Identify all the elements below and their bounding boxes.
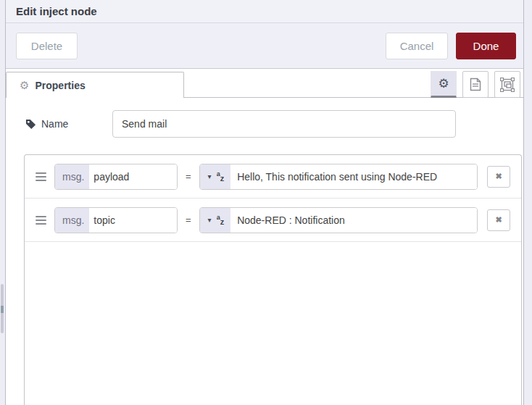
typed-input: ▾ az: [199, 164, 478, 190]
tab-properties-label: Properties: [35, 80, 85, 91]
edit-node-dialog: Edit inject node Delete Cancel Done ⚙ Pr…: [6, 0, 523, 405]
property-value-input[interactable]: [230, 208, 477, 233]
close-icon: ✖: [495, 215, 502, 225]
typed-input: ▾ az: [199, 207, 478, 233]
tag-icon: [25, 119, 36, 130]
name-row: Name: [25, 110, 456, 138]
left-scrollbar-thumb[interactable]: [1, 284, 4, 333]
close-icon: ✖: [495, 172, 502, 181]
message-properties-list: msg. = ▾ az ✖ msg.: [24, 154, 522, 405]
name-label-text: Name: [41, 118, 68, 130]
property-key-field[interactable]: msg.: [54, 164, 178, 190]
dialog-toolbar: Delete Cancel Done: [6, 23, 523, 69]
equals-sign: =: [186, 214, 191, 225]
gear-icon: ⚙: [20, 80, 29, 91]
equals-sign: =: [186, 171, 191, 182]
type-select-button[interactable]: ▾ az: [200, 164, 231, 189]
document-icon: [470, 78, 481, 91]
properties-tab-button[interactable]: ⚙: [431, 71, 457, 98]
workspace-left-edge: [0, 0, 6, 405]
msg-prefix-label: msg.: [55, 208, 89, 233]
properties-form: Name msg. = ▾ az: [6, 98, 523, 405]
string-type-icon: az: [217, 171, 225, 183]
drag-handle-icon[interactable]: [36, 172, 50, 181]
selection-box-icon: [500, 78, 515, 92]
name-label: Name: [25, 118, 112, 130]
property-key-field[interactable]: msg.: [54, 207, 178, 233]
name-input[interactable]: [112, 110, 456, 138]
tab-properties[interactable]: ⚙ Properties: [6, 72, 184, 98]
string-type-icon: az: [217, 214, 225, 226]
delete-button[interactable]: Delete: [16, 33, 78, 59]
toolbar-right-group: Cancel Done: [386, 33, 516, 59]
tab-icon-buttons: ⚙: [431, 71, 520, 98]
chevron-down-icon: ▾: [208, 173, 212, 180]
chevron-down-icon: ▾: [208, 217, 212, 224]
remove-row-button[interactable]: ✖: [487, 166, 510, 188]
dialog-header: Edit inject node: [6, 0, 523, 23]
drag-handle-icon[interactable]: [36, 216, 50, 225]
cancel-button[interactable]: Cancel: [386, 33, 448, 59]
property-value-input[interactable]: [230, 164, 477, 189]
property-name-input[interactable]: [89, 164, 177, 189]
msg-prefix-label: msg.: [55, 164, 89, 189]
gear-icon: ⚙: [438, 78, 449, 90]
dialog-title: Edit inject node: [16, 5, 97, 17]
property-row-payload: msg. = ▾ az ✖: [25, 155, 521, 199]
property-row-topic: msg. = ▾ az ✖: [25, 199, 521, 242]
type-select-button[interactable]: ▾ az: [200, 208, 231, 233]
description-tab-button[interactable]: [462, 71, 489, 98]
workspace-right-edge: [523, 0, 532, 405]
property-name-input[interactable]: [89, 208, 177, 233]
editor-tab-bar: ⚙ Properties ⚙: [6, 69, 523, 98]
remove-row-button[interactable]: ✖: [487, 209, 510, 231]
appearance-tab-button[interactable]: [494, 71, 520, 98]
done-button[interactable]: Done: [456, 33, 516, 59]
